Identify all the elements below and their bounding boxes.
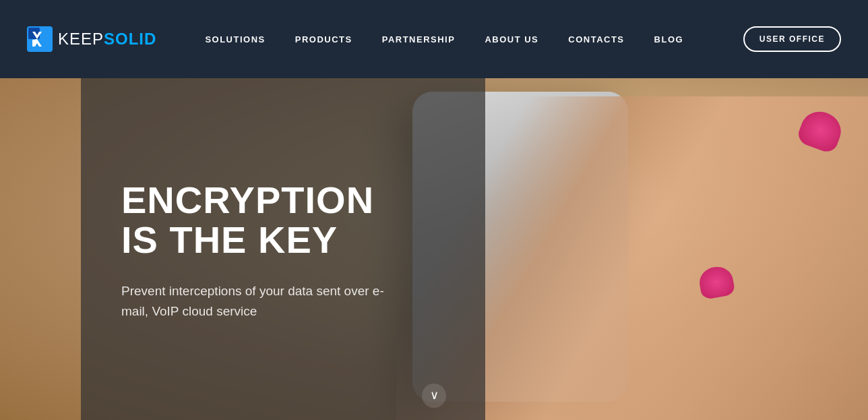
hero-title: ENCRYPTION IS THE KEY — [121, 181, 445, 260]
nav-item-contacts[interactable]: CONTACTS — [553, 0, 639, 78]
hero-content-overlay: ENCRYPTION IS THE KEY Prevent intercepti… — [81, 78, 485, 420]
hero-subtitle: Prevent interceptions of your data sent … — [121, 281, 391, 321]
navbar: KEEPSOLID SOLUTIONS PRODUCTS PARTNERSHIP… — [0, 0, 868, 78]
nav-item-about-us[interactable]: ABOUT US — [470, 0, 553, 78]
nav-links: SOLUTIONS PRODUCTS PARTNERSHIP ABOUT US … — [190, 0, 743, 78]
user-office-button[interactable]: USER OFFICE — [743, 26, 841, 52]
logo-link[interactable]: KEEPSOLID — [27, 26, 156, 52]
nav-item-products[interactable]: PRODUCTS — [280, 0, 367, 78]
nav-item-partnership[interactable]: PARTNERSHIP — [367, 0, 470, 78]
nav-item-solutions[interactable]: SOLUTIONS — [190, 0, 280, 78]
hero-section: ENCRYPTION IS THE KEY Prevent intercepti… — [0, 78, 868, 420]
logo-icon — [27, 26, 53, 52]
logo-text: KEEPSOLID — [58, 30, 156, 49]
nav-item-blog[interactable]: BLOG — [640, 0, 699, 78]
scroll-down-button[interactable] — [422, 384, 446, 408]
